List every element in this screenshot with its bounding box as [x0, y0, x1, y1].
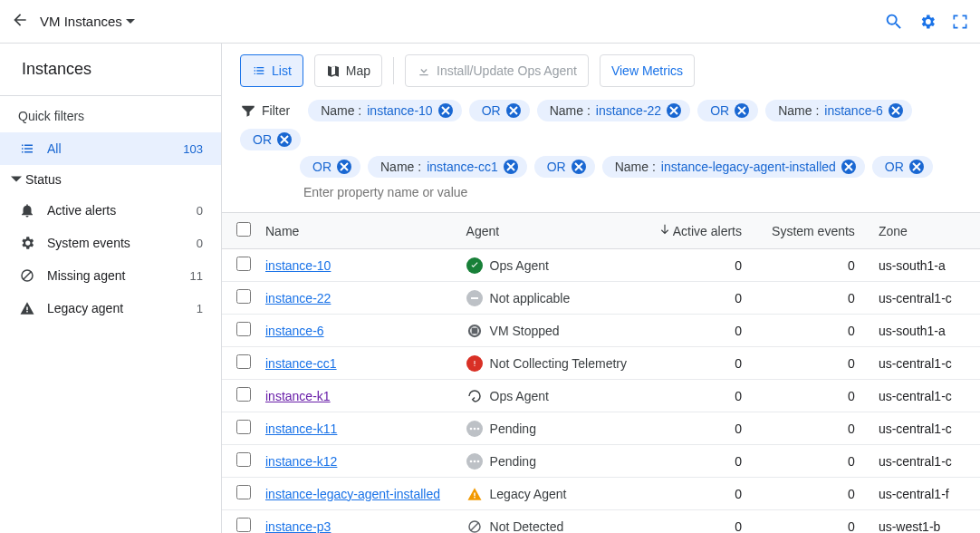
- zone-cell: us-central1-c: [871, 380, 980, 412]
- filter-icon: [240, 102, 256, 119]
- breadcrumb-dropdown[interactable]: VM Instances: [40, 14, 135, 29]
- table-row: instance-6VM Stopped00us-south1-a: [222, 315, 980, 347]
- search-icon[interactable]: [884, 12, 904, 32]
- stop-circle-icon: [466, 323, 483, 339]
- system-events-cell: 0: [758, 380, 871, 412]
- active-alerts-cell: 0: [645, 282, 758, 315]
- col-zone[interactable]: Zone: [871, 213, 980, 249]
- instance-link[interactable]: instance-legacy-agent-installed: [265, 487, 440, 501]
- table-row: instance-k11Pending00us-central1-c: [222, 412, 980, 445]
- instance-link[interactable]: instance-cc1: [265, 356, 337, 371]
- chip-remove-icon[interactable]: [909, 160, 924, 174]
- col-system-events[interactable]: System events: [758, 213, 871, 249]
- active-alerts-cell: 0: [645, 380, 758, 412]
- instance-link[interactable]: instance-p3: [265, 519, 331, 534]
- svg-point-5: [469, 427, 472, 430]
- row-checkbox[interactable]: [236, 518, 251, 532]
- zone-cell: us-central1-c: [871, 282, 980, 315]
- filter-input[interactable]: [300, 179, 526, 205]
- agent-status-text: Not Collecting Telemetry: [490, 356, 627, 371]
- chip-remove-icon[interactable]: [667, 103, 681, 118]
- agent-status-text: Not Detected: [490, 519, 564, 534]
- view-metrics-button[interactable]: View Metrics: [600, 54, 695, 87]
- col-agent[interactable]: Agent: [459, 213, 645, 249]
- zone-cell: us-central1-c: [871, 412, 980, 445]
- status-group-toggle[interactable]: Status: [0, 165, 221, 194]
- agent-status-text: VM Stopped: [490, 324, 560, 338]
- active-alerts-cell: 0: [645, 445, 758, 478]
- active-alerts-cell: 0: [645, 478, 758, 510]
- select-all-checkbox[interactable]: [236, 222, 251, 237]
- sidebar-item-legacy-agent[interactable]: Legacy agent1: [0, 292, 221, 325]
- row-checkbox[interactable]: [236, 322, 251, 336]
- agent-status-text: Ops Agent: [490, 258, 549, 273]
- chip-remove-icon[interactable]: [572, 160, 586, 174]
- row-checkbox[interactable]: [236, 354, 251, 369]
- table-row: instance-legacy-agent-installedLegacy Ag…: [222, 478, 980, 510]
- gear-icon[interactable]: [918, 13, 937, 31]
- instance-link[interactable]: instance-k12: [265, 454, 337, 469]
- map-icon: [326, 63, 341, 78]
- filter-chip[interactable]: Name : instance-6: [765, 100, 912, 121]
- bell-icon: [18, 201, 36, 219]
- filter-chip-or[interactable]: OR: [697, 100, 758, 121]
- zone-cell: us-south1-a: [871, 249, 980, 282]
- filter-toggle[interactable]: Filter: [240, 102, 290, 119]
- chip-remove-icon[interactable]: [841, 160, 856, 174]
- system-events-cell: 0: [758, 347, 871, 380]
- filter-all-label: All: [47, 141, 62, 156]
- col-active-alerts[interactable]: Active alerts: [645, 213, 758, 249]
- active-alerts-cell: 0: [645, 510, 758, 534]
- filter-all[interactable]: All 103: [0, 132, 221, 165]
- svg-point-6: [473, 427, 476, 430]
- sidebar-item-label: System events: [47, 236, 130, 250]
- chip-remove-icon[interactable]: [889, 103, 903, 118]
- chip-remove-icon[interactable]: [438, 103, 453, 118]
- instance-link[interactable]: instance-10: [265, 258, 331, 273]
- filter-chip-or[interactable]: OR: [469, 100, 530, 121]
- chip-remove-icon[interactable]: [277, 132, 292, 147]
- filter-chip-or[interactable]: OR: [534, 156, 595, 178]
- list-icon: [18, 140, 36, 158]
- instance-link[interactable]: instance-k1: [265, 389, 331, 403]
- row-checkbox[interactable]: [236, 452, 251, 467]
- filter-chip[interactable]: Name : instance-cc1: [368, 156, 527, 178]
- chip-remove-icon[interactable]: [504, 160, 518, 174]
- svg-point-7: [476, 427, 479, 430]
- refresh-icon: [466, 388, 483, 404]
- filter-chip-or[interactable]: OR: [240, 129, 301, 150]
- warn-icon: [18, 299, 36, 317]
- active-alerts-cell: 0: [645, 347, 758, 380]
- fullscreen-icon[interactable]: [951, 13, 969, 31]
- instance-link[interactable]: instance-k11: [265, 422, 337, 436]
- row-checkbox[interactable]: [236, 257, 251, 271]
- sidebar-item-label: Legacy agent: [47, 301, 123, 315]
- back-button[interactable]: [11, 11, 29, 33]
- row-checkbox[interactable]: [236, 420, 251, 434]
- sidebar-item-count: 11: [190, 269, 203, 283]
- pending-icon: [466, 421, 483, 437]
- svg-point-9: [473, 460, 476, 462]
- filter-chip-or[interactable]: OR: [300, 156, 360, 178]
- chip-remove-icon[interactable]: [337, 160, 351, 174]
- instance-link[interactable]: instance-6: [265, 324, 324, 338]
- filter-chip-or[interactable]: OR: [872, 156, 933, 178]
- row-checkbox[interactable]: [236, 485, 251, 499]
- sidebar-item-missing-agent[interactable]: Missing agent11: [0, 259, 221, 292]
- chip-remove-icon[interactable]: [506, 103, 521, 118]
- svg-point-10: [476, 460, 479, 462]
- sidebar-heading: Instances: [0, 44, 221, 96]
- col-name[interactable]: Name: [258, 213, 459, 249]
- instance-link[interactable]: instance-22: [265, 291, 331, 305]
- chip-remove-icon[interactable]: [735, 103, 749, 118]
- filter-chip[interactable]: Name : instance-10: [308, 100, 462, 121]
- filter-chip[interactable]: Name : instance-22: [537, 100, 691, 121]
- sidebar-item-active-alerts[interactable]: Active alerts0: [0, 194, 221, 227]
- map-view-button[interactable]: Map: [314, 54, 382, 87]
- row-checkbox[interactable]: [236, 387, 251, 402]
- system-events-cell: 0: [758, 249, 871, 282]
- sidebar-item-system-events[interactable]: System events0: [0, 227, 221, 259]
- list-view-button[interactable]: List: [240, 54, 303, 87]
- row-checkbox[interactable]: [236, 289, 251, 304]
- filter-chip[interactable]: Name : instance-legacy-agent-installed: [602, 156, 865, 178]
